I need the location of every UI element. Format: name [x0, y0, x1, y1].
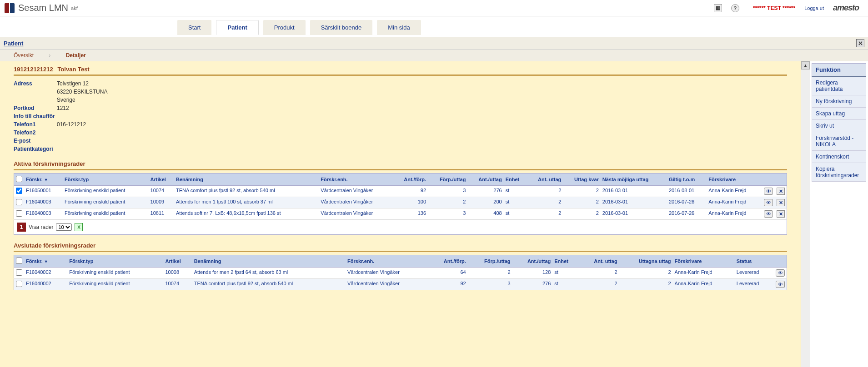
side-kontinenskort[interactable]: Kontinenskort [812, 151, 866, 163]
cell-enhet: st [552, 279, 579, 290]
row-checkbox[interactable] [16, 281, 22, 287]
nav-patient[interactable]: Patient [216, 20, 258, 35]
row-checkbox[interactable] [16, 210, 22, 217]
col-antuttag[interactable]: Ant./uttag [467, 174, 503, 186]
cell-antuttag: 200 [467, 197, 503, 208]
view-icon[interactable]: 👁 [776, 269, 785, 277]
cell-uttag-kvar: 2 [563, 208, 600, 220]
ccol-enh[interactable]: Förskr.enh. [346, 255, 429, 268]
delete-icon[interactable]: ✕ [777, 210, 785, 218]
side-create-uttag[interactable]: Skapa uttag [812, 108, 866, 120]
side-copy-rows[interactable]: Kopiera förskrivningsrader [812, 163, 866, 182]
closed-prescriptions-table: Förskr. ▼ Förskr.typ Artikel Benämning F… [14, 255, 787, 290]
table-row[interactable]: F16040003Förskrivning enskild patient100… [14, 197, 787, 208]
nav-sarskilt-boende[interactable]: Särskilt boende [310, 20, 373, 35]
row-checkbox[interactable] [16, 188, 22, 194]
col-giltig[interactable]: Giltig t.o.m [667, 174, 707, 186]
row-checkbox[interactable] [16, 269, 22, 276]
col-antforp[interactable]: Ant./förp. [393, 174, 428, 186]
page-size-select[interactable]: 10 [56, 223, 72, 231]
table-row[interactable]: F16050001Förskrivning enskild patient100… [14, 186, 787, 197]
grid-icon[interactable]: ▦ [714, 4, 722, 12]
cell-enh: Vårdcentralen Vingåker [346, 268, 429, 279]
cell-enhet: st [504, 186, 527, 197]
cell-forskrivare: Anna-Karin Frejd [673, 279, 735, 290]
ccol-benamn[interactable]: Benämning [192, 255, 346, 268]
table-row[interactable]: F16040003Förskrivning enskild patient108… [14, 208, 787, 220]
cell-forskrivare: Anna-Karin Frejd [707, 197, 762, 208]
side-new-prescription[interactable]: Ny förskrivning [812, 95, 866, 108]
ccol-status[interactable]: Status [735, 255, 774, 268]
ccol-typ[interactable]: Förskr.typ [67, 255, 163, 268]
side-edit-patient[interactable]: Redigera patientdata [812, 77, 866, 95]
excel-export-icon[interactable]: X [75, 223, 83, 231]
logo-blue-block [10, 3, 15, 13]
ccol-ant-uttag[interactable]: Ant. uttag [579, 255, 619, 268]
help-icon[interactable]: ? [731, 4, 739, 12]
cell-uttagna: 2 [619, 268, 673, 279]
col-benamn[interactable]: Benämning [174, 174, 319, 186]
cell-ant-uttag: 2 [527, 186, 563, 197]
delete-icon[interactable]: ✕ [777, 188, 785, 195]
vertical-scrollbar[interactable]: ▲ [801, 61, 810, 367]
cell-forskr: F16040002 [24, 279, 67, 290]
patient-name: Tolvan Test [57, 66, 89, 73]
select-all-active[interactable] [16, 176, 22, 182]
cell-antforp: 136 [393, 208, 428, 220]
app-title: Sesam LMN [18, 3, 68, 13]
view-icon[interactable]: 👁 [764, 210, 773, 218]
side-print[interactable]: Skriv ut [812, 120, 866, 132]
ccol-forskrivare[interactable]: Förskrivare [673, 255, 735, 268]
col-enhet[interactable]: Enhet [504, 174, 527, 186]
scroll-up-icon[interactable]: ▲ [801, 61, 810, 69]
cell-antforp: 64 [429, 268, 468, 279]
crumb-overview[interactable]: Översikt [14, 52, 34, 59]
ccol-artikel[interactable]: Artikel [163, 255, 192, 268]
col-artikel[interactable]: Artikel [149, 174, 174, 186]
col-ant-uttag[interactable]: Ant. uttag [527, 174, 563, 186]
function-panel-head: Funktion [812, 63, 866, 77]
col-typ[interactable]: Förskr.typ [63, 174, 149, 186]
nav-start[interactable]: Start [177, 20, 211, 35]
cell-nasta: 2016-03-01 [601, 208, 667, 220]
ccol-forputtag[interactable]: Förp./uttag [468, 255, 512, 268]
logout-link[interactable]: Logga ut [804, 5, 824, 11]
col-forskr[interactable]: Förskr. ▼ [24, 174, 63, 186]
col-nasta[interactable]: Nästa möjliga uttag [601, 174, 667, 186]
ccol-antuttag[interactable]: Ant./uttag [512, 255, 553, 268]
table-row[interactable]: F16040002Förskrivning enskild patient100… [14, 268, 787, 279]
view-icon[interactable]: 👁 [764, 188, 773, 195]
ccol-antforp[interactable]: Ant./förp. [429, 255, 468, 268]
cell-giltig: 2016-08-01 [667, 186, 707, 197]
col-forputtag[interactable]: Förp./uttag [428, 174, 467, 186]
col-enh[interactable]: Förskr.enh. [319, 174, 393, 186]
table-row[interactable]: F16040002Förskrivning enskild patient100… [14, 279, 787, 290]
crumb-detail[interactable]: Detaljer [66, 52, 86, 59]
value-portkod: 1212 [57, 105, 69, 111]
pager-label: Visa rader [29, 224, 53, 230]
cell-status: Levererad [735, 279, 774, 290]
col-uttag-kvar[interactable]: Uttag kvar [563, 174, 600, 186]
page-number[interactable]: 1 [17, 223, 26, 232]
close-icon[interactable]: ✕ [856, 39, 864, 47]
nav-produkt[interactable]: Produkt [263, 20, 306, 35]
view-icon[interactable]: 👁 [776, 281, 785, 288]
cell-ant-uttag: 2 [579, 268, 619, 279]
side-nikola[interactable]: Förskrivarstöd - NIKOLA [812, 132, 866, 151]
cell-nasta: 2016-03-01 [601, 197, 667, 208]
cell-forskr: F16040002 [24, 268, 67, 279]
patient-header: 191212121212 Tolvan Test [14, 64, 787, 76]
row-checkbox[interactable] [16, 199, 22, 205]
nav-min-sida[interactable]: Min sida [377, 20, 421, 35]
sub-bar-title[interactable]: Patient [4, 40, 23, 47]
cell-ant-uttag: 2 [527, 197, 563, 208]
delete-icon[interactable]: ✕ [777, 199, 785, 206]
col-forskrivare[interactable]: Förskrivare [707, 174, 762, 186]
cell-benamn: TENA comfort plus fpstl 92 st, absorb 54… [192, 279, 346, 290]
select-all-closed[interactable] [16, 258, 22, 264]
ccol-forskr[interactable]: Förskr. ▼ [24, 255, 67, 268]
cell-artikel: 10074 [163, 279, 192, 290]
ccol-uttagna[interactable]: Uttagna uttag [619, 255, 673, 268]
ccol-enhet[interactable]: Enhet [552, 255, 579, 268]
view-icon[interactable]: 👁 [764, 199, 773, 206]
